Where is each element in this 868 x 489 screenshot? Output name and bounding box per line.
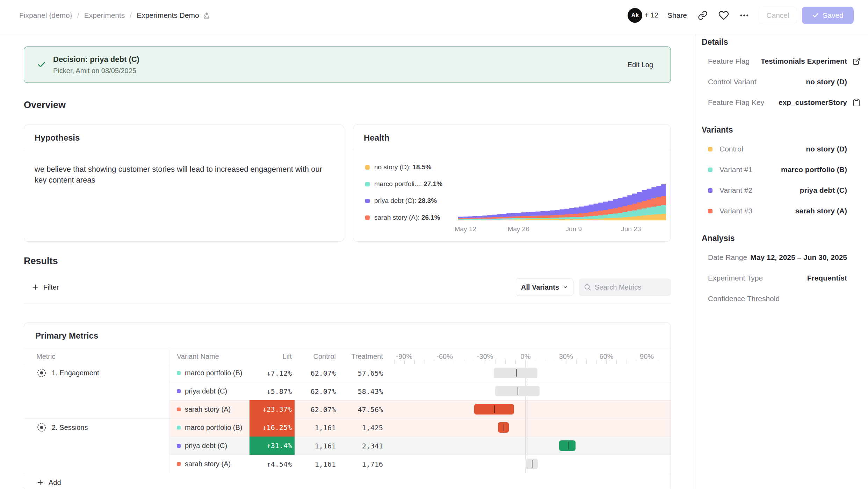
legend-value: 27.1% — [424, 180, 442, 188]
cancel-button[interactable]: Cancel — [759, 7, 797, 24]
axis-tick — [616, 360, 617, 364]
search-icon — [584, 283, 591, 291]
hypothesis-card: Hypothesis we believe that showing custo… — [24, 125, 344, 242]
treatment-value: 57.65% — [339, 369, 383, 377]
variant-swatch — [177, 444, 181, 448]
analysis-value: Frequentist — [807, 274, 847, 282]
breadcrumb-separator: / — [77, 11, 79, 20]
metric-name: 1. Engagement — [52, 369, 99, 377]
legend-swatch — [365, 165, 370, 170]
breadcrumb-project[interactable]: Fixpanel {demo} — [19, 11, 72, 20]
variant-swatch — [177, 408, 181, 411]
column-header-metric: Metric — [36, 349, 106, 364]
analysis-label: Confidence Threshold — [708, 295, 780, 303]
axis-tick — [425, 360, 425, 364]
legend-value: 28.3% — [418, 197, 437, 205]
variant-name: priya debt (C) — [185, 442, 227, 450]
legend-item[interactable]: priya debt (C):28.3% — [365, 196, 442, 205]
avatar[interactable]: Ak — [628, 8, 642, 23]
check-icon — [812, 12, 819, 19]
variants-dropdown[interactable]: All Variants — [516, 278, 573, 296]
header-divider — [24, 364, 671, 364]
axis-tick — [435, 360, 435, 364]
axis-tick — [445, 360, 445, 364]
detail-value: Testimonials Experiment — [761, 57, 847, 65]
detail-label: Feature Flag — [708, 57, 750, 65]
microscope-emoji-icon — [202, 11, 211, 20]
clipboard-icon[interactable] — [852, 98, 861, 107]
breadcrumb-experiments[interactable]: Experiments — [84, 11, 125, 20]
analysis-row: Date RangeMay 12, 2025 – Jun 30, 2025 — [708, 253, 861, 262]
legend-item[interactable]: sarah story (A):26.1% — [365, 213, 442, 222]
lift-value: ↓7.12% — [249, 369, 292, 377]
legend-label: priya debt (C): — [374, 197, 416, 205]
results-heading: Results — [24, 256, 671, 267]
axis-tick — [627, 360, 627, 364]
variant-swatch — [177, 462, 181, 466]
external-link-icon[interactable] — [852, 57, 861, 65]
x-axis-label: May 26 — [508, 225, 529, 233]
variant-name: sarah story (A) — [185, 405, 231, 413]
variants-dropdown-label: All Variants — [521, 283, 559, 291]
more-options-icon[interactable] — [740, 11, 749, 20]
variant-name: marco portfolio (B) — [185, 369, 243, 377]
overview-heading: Overview — [24, 100, 671, 111]
metric-column-divider — [169, 349, 170, 473]
search-metrics — [579, 278, 671, 296]
chevron-down-icon — [563, 284, 568, 290]
axis-tick — [394, 360, 395, 364]
legend-value: 18.5% — [413, 163, 432, 171]
legend-item[interactable]: no story (D):18.5% — [365, 163, 442, 172]
variant-row: Variant #1marco portfolio (B) — [708, 165, 861, 174]
metric-target-icon — [36, 422, 47, 433]
health-title: Health — [353, 125, 671, 151]
detail-label: Feature Flag Key — [708, 98, 764, 107]
variant-value: priya debt (C) — [800, 186, 847, 194]
ci-midpoint-marker — [504, 424, 504, 431]
copy-link-icon[interactable] — [698, 10, 708, 20]
variant-label: Variant #3 — [719, 207, 752, 215]
axis-tick — [546, 360, 546, 364]
group-divider — [24, 418, 671, 419]
analysis-label: Experiment Type — [708, 274, 763, 282]
analysis-label: Date Range — [708, 253, 747, 262]
axis-tick — [455, 360, 455, 364]
edit-log-button[interactable]: Edit Log — [628, 61, 653, 69]
row-divider — [170, 382, 671, 382]
legend-swatch — [365, 215, 370, 220]
results-divider — [24, 304, 671, 304]
control-value: 62.07% — [295, 369, 336, 377]
analysis-heading: Analysis — [702, 233, 861, 243]
axis-tick — [404, 360, 405, 364]
collaborator-count[interactable]: + 12 — [644, 11, 658, 19]
saved-button[interactable]: Saved — [802, 7, 854, 24]
variant-color-swatch — [708, 147, 713, 151]
variant-label: Variant #1 — [719, 165, 752, 174]
variants-heading: Variants — [702, 125, 861, 135]
breadcrumb-current-page: Experiments Demo — [137, 11, 211, 20]
analysis-value: May 12, 2025 – Jun 30, 2025 — [750, 253, 847, 262]
lift-value-highlighted: ↓16.25% — [249, 418, 295, 437]
axis-tick — [637, 360, 637, 364]
share-button[interactable]: Share — [667, 11, 687, 20]
axis-tick — [475, 360, 475, 364]
add-filter-button[interactable]: Filter — [31, 283, 59, 291]
variant-label: Variant #2 — [719, 186, 752, 194]
column-header-treatment: Treatment — [339, 349, 383, 364]
hypothesis-title: Hypothesis — [24, 125, 344, 151]
x-axis-label: Jun 9 — [566, 225, 582, 233]
variant-swatch — [177, 426, 181, 430]
detail-value: no story (D) — [806, 78, 847, 86]
legend-swatch — [365, 199, 370, 203]
row-tint-positive — [170, 437, 671, 455]
legend-item[interactable]: marco portfoli...:27.1% — [365, 179, 442, 189]
add-metric-button[interactable]: Add — [36, 479, 61, 487]
breadcrumb: Fixpanel {demo} / Experiments / Experime… — [19, 11, 211, 20]
hypothesis-text: we believe that showing customer stories… — [35, 164, 325, 185]
axis-tick — [485, 360, 485, 364]
favorite-heart-icon[interactable] — [718, 10, 729, 21]
lift-value: ↓5.87% — [249, 387, 292, 396]
axis-tick — [414, 360, 415, 364]
health-chart-x-labels: May 12May 26Jun 9Jun 23 — [458, 225, 666, 234]
search-metrics-input[interactable] — [595, 283, 665, 291]
